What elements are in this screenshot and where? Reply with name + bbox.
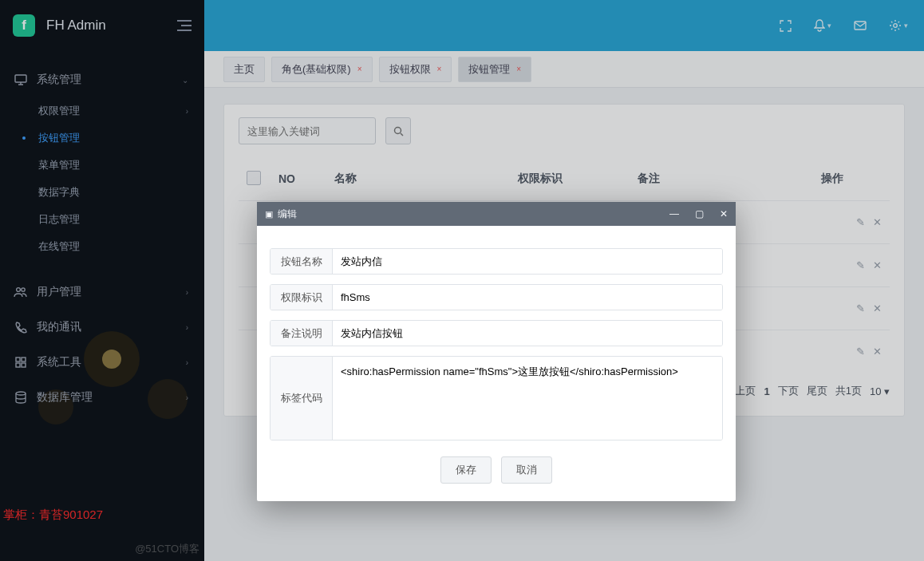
modal-title-text: 编辑 <box>278 207 297 221</box>
modal-maximize-button[interactable]: ▢ <box>695 208 704 219</box>
modal-edit: ▣ 编辑 — ▢ ✕ 按钮名称 权限标识 备注说明 标签代码 保存 取消 <box>257 202 736 501</box>
modal-actions: 保存 取消 <box>270 456 723 484</box>
field-label: 备注说明 <box>270 321 333 346</box>
modal-close-button[interactable]: ✕ <box>720 208 728 219</box>
modal-body: 按钮名称 权限标识 备注说明 标签代码 保存 取消 <box>257 226 736 501</box>
tag-code-textarea[interactable] <box>333 357 722 440</box>
field-row-perm: 权限标识 <box>270 284 723 310</box>
cancel-button[interactable]: 取消 <box>501 456 552 484</box>
field-row-remark: 备注说明 <box>270 320 723 346</box>
field-label: 按钮名称 <box>270 249 333 274</box>
perm-key-input[interactable] <box>333 285 722 310</box>
window-icon: ▣ <box>265 209 273 219</box>
field-label: 标签代码 <box>270 357 333 440</box>
field-label: 权限标识 <box>270 285 333 310</box>
modal-minimize-button[interactable]: — <box>669 208 679 219</box>
remark-input[interactable] <box>333 321 722 346</box>
field-row-code: 标签代码 <box>270 356 723 441</box>
button-name-input[interactable] <box>333 249 722 274</box>
modal-titlebar[interactable]: ▣ 编辑 — ▢ ✕ <box>257 202 736 226</box>
save-button[interactable]: 保存 <box>440 456 492 484</box>
field-row-name: 按钮名称 <box>270 248 723 275</box>
